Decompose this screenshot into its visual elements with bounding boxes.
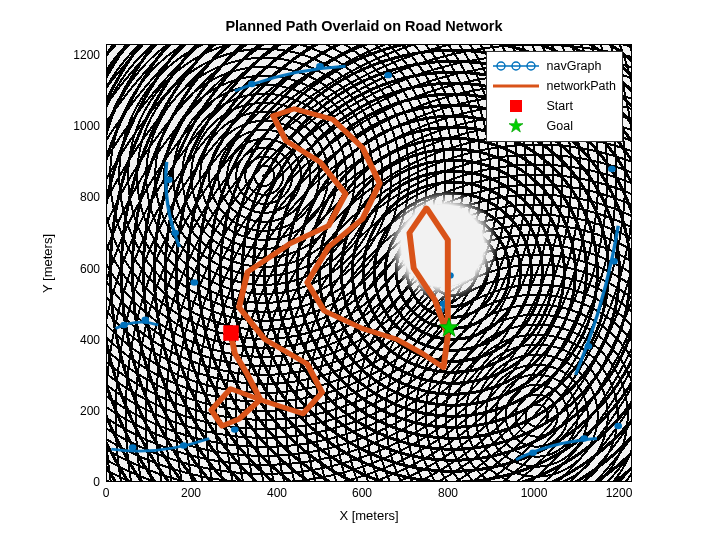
legend-label-start: Start [547, 99, 573, 113]
svg-point-5 [529, 449, 537, 455]
networkpath-swatch [493, 77, 539, 95]
xtick-0: 0 [103, 486, 110, 500]
svg-point-6 [580, 435, 588, 441]
ytick-5: 1000 [60, 119, 100, 133]
navgraph-swatch [493, 57, 539, 75]
legend-label-networkpath: networkPath [547, 79, 616, 93]
xtick-5: 1000 [521, 486, 548, 500]
legend[interactable]: navGraph networkPath Start Goal [486, 51, 623, 142]
legend-item-start: Start [493, 96, 616, 116]
ytick-0: 0 [60, 475, 100, 489]
svg-marker-25 [509, 119, 523, 132]
ytick-3: 600 [60, 262, 100, 276]
xtick-2: 400 [267, 486, 287, 500]
start-swatch [493, 97, 539, 115]
svg-point-9 [610, 258, 618, 264]
axes: navGraph networkPath Start Goal [106, 44, 632, 482]
legend-item-goal: Goal [493, 116, 616, 136]
ytick-4: 800 [60, 190, 100, 204]
ytick-1: 200 [60, 404, 100, 418]
svg-point-4 [231, 426, 239, 432]
svg-point-10 [608, 166, 616, 172]
legend-label-goal: Goal [547, 119, 573, 133]
svg-point-13 [384, 72, 392, 78]
ytick-2: 400 [60, 333, 100, 347]
svg-point-15 [171, 230, 179, 236]
x-axis-label: X [meters] [106, 508, 632, 523]
svg-point-1 [142, 317, 150, 323]
svg-marker-19 [439, 318, 458, 336]
plot-title: Planned Path Overlaid on Road Network [0, 18, 728, 34]
svg-point-3 [180, 442, 188, 448]
goal-swatch [493, 117, 539, 135]
xtick-3: 600 [352, 486, 372, 500]
svg-point-12 [316, 63, 324, 69]
svg-point-0 [120, 322, 128, 328]
y-axis-label-text: Y [meters] [40, 233, 55, 292]
figure-root: Planned Path Overlaid on Road Network [0, 0, 728, 546]
svg-point-11 [248, 81, 256, 87]
ytick-6: 1200 [60, 48, 100, 62]
xtick-6: 1200 [606, 486, 633, 500]
legend-item-navgraph: navGraph [493, 56, 616, 76]
svg-point-14 [165, 177, 173, 183]
svg-point-16 [190, 279, 198, 285]
svg-point-2 [129, 444, 137, 450]
y-axis-label: Y [meters] [38, 44, 56, 482]
goal-marker [438, 317, 460, 339]
start-marker [224, 326, 239, 341]
legend-label-navgraph: navGraph [547, 59, 602, 73]
xtick-4: 800 [438, 486, 458, 500]
xtick-1: 200 [181, 486, 201, 500]
legend-item-networkpath: networkPath [493, 76, 616, 96]
svg-point-7 [614, 423, 622, 429]
svg-point-8 [585, 343, 593, 349]
